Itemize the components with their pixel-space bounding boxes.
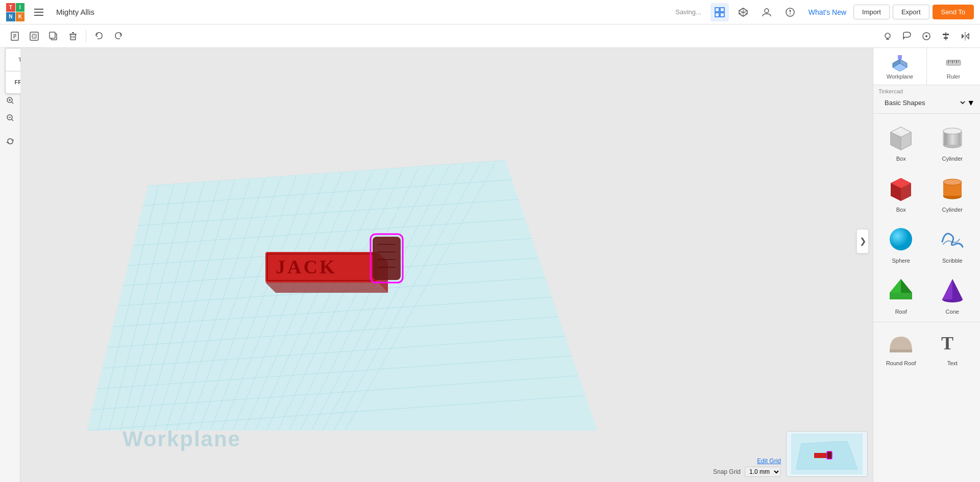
svg-point-14 <box>790 13 791 14</box>
shape-label-round-roof: Round Roof <box>886 360 916 366</box>
shape-item-scribble[interactable]: Scribble <box>929 220 976 267</box>
shape-item-sphere-blue[interactable]: Sphere <box>877 220 925 267</box>
top-navigation: T I N K Mighty Allis Saving... What's Ne… <box>0 0 980 24</box>
mirror-button[interactable] <box>957 28 974 45</box>
redo-button[interactable] <box>110 28 127 45</box>
svg-rect-134 <box>890 293 912 299</box>
right-panel: Workplane Ruler Tinkercad <box>873 48 980 482</box>
delete-button[interactable] <box>64 28 82 45</box>
mini-map-inner <box>787 432 867 476</box>
dropdown-chevron-icon: ▼ <box>967 98 975 108</box>
toolbar <box>0 24 980 48</box>
nav-right-group: What's New Import Export Send To <box>804 5 974 19</box>
shape-thumb-cone <box>936 274 969 307</box>
svg-point-11 <box>765 9 769 13</box>
shape-item-round-roof[interactable]: Round Roof <box>877 322 925 369</box>
svg-marker-37 <box>962 34 964 39</box>
shapes-category-header: Tinkercad <box>873 85 980 95</box>
snap-grid-select[interactable]: 1.0 mm 0.5 mm 2.0 mm 5.0 mm <box>745 467 781 477</box>
shapes-dropdown-row: Basic Shapes ▼ <box>873 95 980 114</box>
svg-rect-0 <box>34 9 43 10</box>
workplane-icon <box>891 53 909 71</box>
import-button[interactable]: Import <box>853 5 890 19</box>
align-button[interactable] <box>937 28 954 45</box>
shape-thumb-scribble <box>936 223 969 256</box>
logo-i: I <box>16 3 25 12</box>
speech-button[interactable] <box>898 28 916 45</box>
shapes-next-button[interactable]: ❯ <box>856 229 869 253</box>
svg-rect-138 <box>890 349 912 352</box>
svg-marker-38 <box>966 34 969 39</box>
new-document-button[interactable] <box>6 28 23 45</box>
grid-view-button[interactable] <box>710 3 729 21</box>
saving-status: Saving... <box>675 8 701 16</box>
shape-label-cone: Cone <box>946 309 959 315</box>
toolbar-right-group <box>879 28 974 45</box>
shape-label-scribble: Scribble <box>942 258 963 264</box>
zoom-out-button[interactable] <box>3 110 18 125</box>
shape-item-cylinder-gray[interactable]: Cylinder <box>929 118 976 165</box>
shape-thumb-sphere-blue <box>885 223 917 256</box>
shape-tool-button[interactable] <box>26 28 43 45</box>
shape-item-cylinder-orange[interactable]: Cylinder <box>929 169 976 216</box>
svg-rect-2 <box>34 15 43 16</box>
logo-t: T <box>6 3 15 12</box>
shape-item-box-red[interactable]: Box <box>877 169 925 216</box>
ruler-icon <box>944 53 963 71</box>
shape-thumb-round-roof <box>885 325 917 358</box>
workplane-button[interactable]: Workplane <box>873 48 927 85</box>
shape-thumb-cylinder-orange <box>936 172 969 205</box>
svg-marker-49 <box>87 160 597 430</box>
ruler-button[interactable]: Ruler <box>927 48 980 85</box>
lightbulb-button[interactable] <box>879 28 896 45</box>
notifications-button[interactable] <box>781 3 799 21</box>
edit-grid-row: Edit Grid <box>757 458 781 465</box>
menu-button[interactable] <box>30 3 48 21</box>
viewport[interactable]: Workplane JACK <box>20 48 873 482</box>
shape-thumb-text: T <box>936 325 969 358</box>
svg-rect-22 <box>50 32 55 38</box>
tinkercad-logo[interactable]: T I N K <box>6 3 24 21</box>
whats-new-button[interactable]: What's New <box>804 6 850 18</box>
shape-thumb-box-red <box>885 172 917 205</box>
svg-line-47 <box>12 119 13 121</box>
svg-rect-34 <box>943 34 949 35</box>
toolbar-separator-1 <box>86 30 86 42</box>
shape-item-text[interactable]: T Text <box>929 322 976 369</box>
main-layout: TOP FRONT <box>0 48 980 482</box>
shape-item-box-gray[interactable]: Box <box>877 118 925 165</box>
send-to-button[interactable]: Send To <box>933 5 974 19</box>
edit-grid-button[interactable]: Edit Grid <box>757 458 781 465</box>
zoom-in-button[interactable] <box>3 93 18 108</box>
snap-grid-label: Snap Grid <box>713 468 741 475</box>
undo-button[interactable] <box>90 28 108 45</box>
svg-rect-5 <box>715 13 719 17</box>
bottom-shapes-row: Round Roof T Text <box>873 322 980 373</box>
shapes-category-dropdown[interactable]: Basic Shapes <box>878 96 967 109</box>
mini-map <box>786 431 868 477</box>
svg-rect-3 <box>715 8 719 12</box>
shape-item-cone[interactable]: Cone <box>929 271 976 318</box>
shape-label-cylinder-gray: Cylinder <box>942 156 963 162</box>
profile-button[interactable] <box>757 3 776 21</box>
svg-rect-23 <box>70 34 76 40</box>
snap-grid-row: Snap Grid 1.0 mm 0.5 mm 2.0 mm 5.0 mm <box>713 467 781 477</box>
duplicate-button[interactable] <box>45 28 62 45</box>
grid-controls: Edit Grid Snap Grid 1.0 mm 0.5 mm 2.0 mm… <box>713 458 781 477</box>
shape-label-box-red: Box <box>896 207 906 213</box>
export-button[interactable]: Export <box>893 5 929 19</box>
svg-point-28 <box>885 33 890 38</box>
svg-text:T: T <box>941 333 953 353</box>
reset-view-button[interactable] <box>3 134 18 149</box>
svg-marker-137 <box>952 279 963 300</box>
shape-item-roof[interactable]: Roof <box>877 271 925 318</box>
shapes-grid: Box <box>873 114 980 322</box>
circle-dot-button[interactable] <box>918 28 935 45</box>
shape-thumb-cylinder-gray <box>936 121 969 154</box>
svg-rect-4 <box>720 8 724 12</box>
logo-n: N <box>6 12 15 21</box>
3d-view-button[interactable] <box>734 3 752 21</box>
shape-label-roof: Roof <box>895 309 907 315</box>
workplane-grid <box>20 48 873 482</box>
svg-point-122 <box>943 128 962 134</box>
